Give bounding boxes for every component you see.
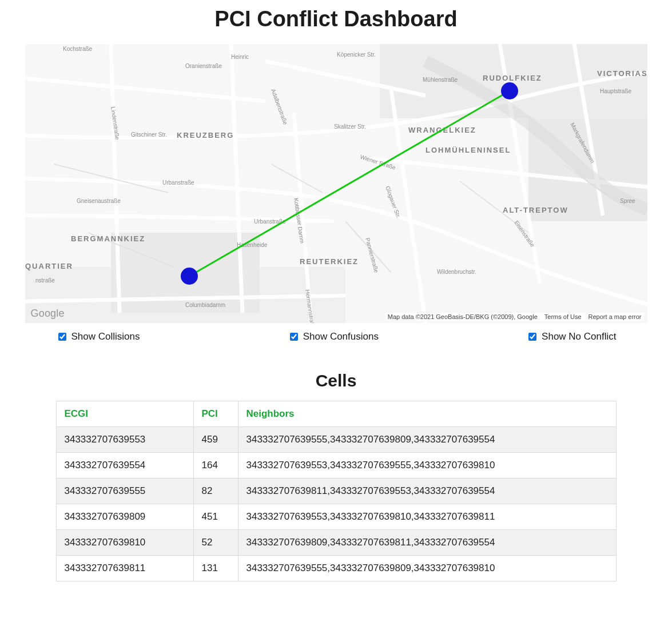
cell-pci: 131: [193, 556, 238, 581]
map-marker-a[interactable]: [181, 268, 198, 285]
cell-neighbors: 343332707639553,343332707639810,34333270…: [238, 504, 616, 530]
street-skalitzer: Skalitzer Str.: [334, 123, 366, 130]
map-terms-link[interactable]: Terms of Use: [544, 313, 582, 320]
cell-pci: 451: [193, 504, 238, 530]
cell-ecgi: 343332707639810: [56, 530, 193, 556]
street-hauptstrasse: Hauptstraße: [600, 88, 631, 94]
street-kochstrasse: Kochstraße: [63, 46, 93, 52]
cell-ecgi: 343332707639554: [56, 453, 193, 479]
th-pci[interactable]: PCI: [193, 401, 238, 427]
street-muhlenstrasse: Mühlenstraße: [423, 77, 458, 83]
show-noconflict-control[interactable]: Show No Conflict: [526, 331, 616, 342]
cells-section-title: Cells: [11, 371, 661, 390]
street-wildenbruch: Wildenbruchstr.: [437, 269, 476, 275]
district-quartier: QUARTIER: [25, 262, 73, 270]
cell-ecgi: 343332707639811: [56, 556, 193, 581]
map-marker-b[interactable]: [501, 82, 518, 99]
show-confusions-control[interactable]: Show Confusions: [288, 331, 379, 342]
street-kopenicker: Köpenicker Str.: [337, 51, 376, 58]
table-row[interactable]: 343332707639811131343332707639555,343332…: [56, 556, 616, 581]
map-attribution-text: Map data ©2021 GeoBasis-DE/BKG (©2009), …: [388, 313, 538, 320]
map-container[interactable]: RUDOLFKIEZ VICTORIASTA WRANGELKIEZ LOHMÜ…: [25, 44, 647, 323]
district-victoriastadt: VICTORIASTA: [597, 69, 647, 78]
cell-neighbors: 343332707639553,343332707639555,34333270…: [238, 453, 616, 479]
cell-neighbors: 343332707639555,343332707639809,34333270…: [238, 556, 616, 581]
cell-ecgi: 343332707639553: [56, 427, 193, 453]
th-ecgi[interactable]: ECGI: [56, 401, 193, 427]
show-noconflict-label: Show No Conflict: [542, 331, 616, 342]
show-collisions-control[interactable]: Show Collisions: [56, 331, 140, 342]
table-row[interactable]: 34333270763981052343332707639809,3433327…: [56, 530, 616, 556]
cell-neighbors: 343332707639555,343332707639809,34333270…: [238, 427, 616, 453]
district-kreuzberg: KREUZBERG: [177, 131, 234, 139]
map-report-link[interactable]: Report a map error: [589, 313, 642, 320]
filter-controls: Show Collisions Show Confusions Show No …: [56, 331, 617, 342]
cell-neighbors: 343332707639809,343332707639811,34333270…: [238, 530, 616, 556]
street-spree: Spree: [620, 198, 635, 204]
district-alt-treptow: ALT-TREPTOW: [503, 206, 568, 214]
show-collisions-checkbox[interactable]: [58, 333, 66, 341]
street-gitschiner: Gitschiner Str.: [131, 131, 167, 138]
street-hasenheide: Hasenheide: [237, 242, 268, 248]
table-row[interactable]: 343332707639809451343332707639553,343332…: [56, 504, 616, 530]
district-lohmuehleninsel: LOHMÜHLENINSEL: [426, 146, 511, 154]
cell-pci: 82: [193, 479, 238, 504]
street-nstrasse: nstraße: [35, 277, 55, 284]
cells-table: ECGI PCI Neighbors 343332707639553459343…: [56, 401, 617, 581]
th-neighbors[interactable]: Neighbors: [238, 401, 616, 427]
page-title: PCI Conflict Dashboard: [11, 7, 661, 31]
cell-neighbors: 343332707639811,343332707639553,34333270…: [238, 479, 616, 504]
show-collisions-label: Show Collisions: [71, 331, 140, 342]
street-gneisenau: Gneisenaustraße: [77, 198, 121, 204]
show-noconflict-checkbox[interactable]: [528, 333, 536, 341]
show-confusions-checkbox[interactable]: [290, 333, 298, 341]
table-row[interactable]: 343332707639553459343332707639555,343332…: [56, 427, 616, 453]
cell-pci: 459: [193, 427, 238, 453]
cell-pci: 52: [193, 530, 238, 556]
district-reuterkiez: REUTERKIEZ: [300, 257, 359, 266]
table-row[interactable]: 34333270763955582343332707639811,3433327…: [56, 479, 616, 504]
show-confusions-label: Show Confusions: [303, 331, 379, 342]
table-row[interactable]: 343332707639554164343332707639553,343332…: [56, 453, 616, 479]
district-rudolfkiez: RUDOLFKIEZ: [483, 74, 542, 82]
cell-pci: 164: [193, 453, 238, 479]
cell-ecgi: 343332707639809: [56, 504, 193, 530]
street-heinrichstr: Heinric: [231, 54, 249, 60]
map-attribution: Map data ©2021 GeoBasis-DE/BKG (©2009), …: [385, 313, 644, 321]
cell-ecgi: 343332707639555: [56, 479, 193, 504]
google-logo: Google: [31, 308, 65, 320]
map-svg: RUDOLFKIEZ VICTORIASTA WRANGELKIEZ LOHMÜ…: [25, 44, 647, 323]
district-bergmannkiez: BERGMANNKIEZ: [71, 234, 145, 243]
street-columbiadamm: Columbiadamm: [185, 302, 225, 308]
street-oranienstrasse: Oranienstraße: [185, 63, 222, 69]
street-urbanstrasse: Urbanstraße: [162, 180, 194, 186]
